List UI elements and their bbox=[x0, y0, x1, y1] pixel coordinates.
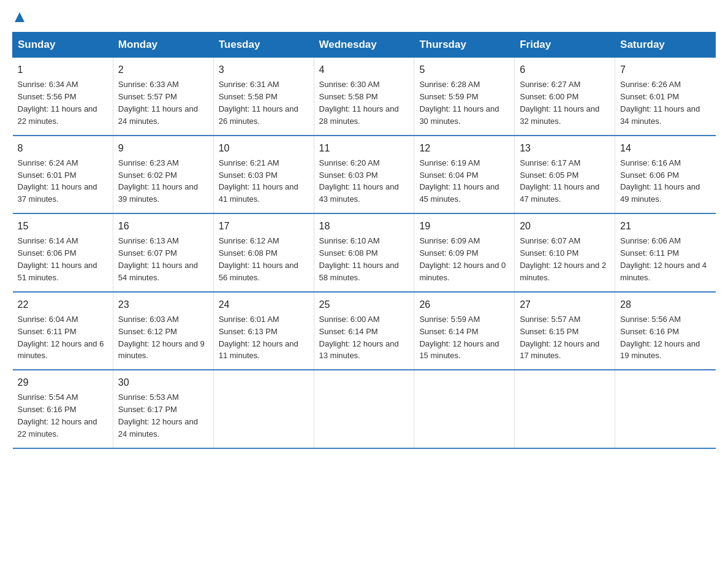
calendar-cell: 25Sunrise: 6:00 AMSunset: 6:14 PMDayligh… bbox=[314, 292, 414, 370]
calendar-cell: 1Sunrise: 6:34 AMSunset: 5:56 PMDaylight… bbox=[13, 58, 113, 136]
day-info: Sunrise: 6:24 AMSunset: 6:01 PMDaylight:… bbox=[18, 158, 97, 204]
calendar-cell bbox=[314, 370, 414, 448]
day-number: 18 bbox=[319, 219, 409, 233]
calendar-cell: 17Sunrise: 6:12 AMSunset: 6:08 PMDayligh… bbox=[213, 213, 314, 292]
day-info: Sunrise: 6:01 AMSunset: 6:13 PMDaylight:… bbox=[219, 315, 298, 361]
day-info: Sunrise: 5:59 AMSunset: 6:14 PMDaylight:… bbox=[419, 315, 499, 361]
day-info: Sunrise: 6:23 AMSunset: 6:02 PMDaylight:… bbox=[118, 158, 198, 204]
logo-triangle-icon bbox=[13, 11, 26, 26]
day-info: Sunrise: 6:13 AMSunset: 6:07 PMDaylight:… bbox=[118, 236, 198, 282]
logo bbox=[12, 12, 26, 26]
day-info: Sunrise: 6:10 AMSunset: 6:08 PMDaylight:… bbox=[319, 236, 399, 282]
calendar-cell: 24Sunrise: 6:01 AMSunset: 6:13 PMDayligh… bbox=[213, 292, 314, 370]
weekday-header-saturday: Saturday bbox=[615, 33, 716, 58]
calendar-cell: 26Sunrise: 5:59 AMSunset: 6:14 PMDayligh… bbox=[414, 292, 515, 370]
day-info: Sunrise: 6:31 AMSunset: 5:58 PMDaylight:… bbox=[219, 80, 298, 126]
day-info: Sunrise: 6:03 AMSunset: 6:12 PMDaylight:… bbox=[118, 315, 205, 361]
day-info: Sunrise: 6:28 AMSunset: 5:59 PMDaylight:… bbox=[419, 80, 499, 126]
day-info: Sunrise: 6:04 AMSunset: 6:11 PMDaylight:… bbox=[18, 315, 104, 361]
day-number: 13 bbox=[520, 141, 610, 155]
calendar-cell: 13Sunrise: 6:17 AMSunset: 6:05 PMDayligh… bbox=[515, 136, 615, 214]
calendar-cell: 3Sunrise: 6:31 AMSunset: 5:58 PMDaylight… bbox=[213, 58, 314, 136]
day-info: Sunrise: 6:17 AMSunset: 6:05 PMDaylight:… bbox=[520, 158, 599, 204]
day-info: Sunrise: 6:16 AMSunset: 6:06 PMDaylight:… bbox=[620, 158, 700, 204]
day-number: 9 bbox=[118, 141, 208, 155]
day-number: 24 bbox=[219, 297, 309, 312]
calendar-cell bbox=[213, 370, 314, 448]
day-number: 4 bbox=[319, 63, 409, 77]
day-number: 15 bbox=[18, 219, 108, 233]
weekday-header-tuesday: Tuesday bbox=[213, 33, 314, 58]
calendar-cell: 19Sunrise: 6:09 AMSunset: 6:09 PMDayligh… bbox=[414, 213, 515, 292]
day-number: 26 bbox=[419, 297, 509, 312]
day-info: Sunrise: 5:53 AMSunset: 6:17 PMDaylight:… bbox=[118, 393, 198, 439]
calendar-cell: 10Sunrise: 6:21 AMSunset: 6:03 PMDayligh… bbox=[213, 136, 314, 214]
day-info: Sunrise: 5:56 AMSunset: 6:16 PMDaylight:… bbox=[620, 315, 700, 361]
weekday-header-row: SundayMondayTuesdayWednesdayThursdayFrid… bbox=[13, 33, 716, 58]
day-number: 3 bbox=[219, 63, 309, 77]
calendar-cell: 27Sunrise: 5:57 AMSunset: 6:15 PMDayligh… bbox=[515, 292, 615, 370]
calendar-cell: 8Sunrise: 6:24 AMSunset: 6:01 PMDaylight… bbox=[13, 136, 113, 214]
weekday-header-wednesday: Wednesday bbox=[314, 33, 414, 58]
day-info: Sunrise: 6:21 AMSunset: 6:03 PMDaylight:… bbox=[219, 158, 298, 204]
day-number: 7 bbox=[620, 63, 710, 77]
day-info: Sunrise: 6:00 AMSunset: 6:14 PMDaylight:… bbox=[319, 315, 399, 361]
calendar-cell: 20Sunrise: 6:07 AMSunset: 6:10 PMDayligh… bbox=[515, 213, 615, 292]
day-info: Sunrise: 6:20 AMSunset: 6:03 PMDaylight:… bbox=[319, 158, 399, 204]
day-number: 29 bbox=[18, 375, 108, 389]
day-number: 14 bbox=[620, 141, 710, 155]
day-info: Sunrise: 6:06 AMSunset: 6:11 PMDaylight:… bbox=[620, 236, 707, 282]
calendar-cell bbox=[615, 370, 716, 448]
day-number: 19 bbox=[419, 219, 509, 233]
calendar-cell: 6Sunrise: 6:27 AMSunset: 6:00 PMDaylight… bbox=[515, 58, 615, 136]
day-number: 25 bbox=[319, 297, 409, 312]
calendar-cell: 11Sunrise: 6:20 AMSunset: 6:03 PMDayligh… bbox=[314, 136, 414, 214]
day-info: Sunrise: 5:54 AMSunset: 6:16 PMDaylight:… bbox=[18, 393, 97, 439]
day-info: Sunrise: 6:09 AMSunset: 6:09 PMDaylight:… bbox=[419, 236, 506, 282]
calendar-cell: 2Sunrise: 6:33 AMSunset: 5:57 PMDaylight… bbox=[113, 58, 213, 136]
calendar-cell bbox=[414, 370, 515, 448]
day-number: 30 bbox=[118, 375, 208, 389]
calendar-cell: 21Sunrise: 6:06 AMSunset: 6:11 PMDayligh… bbox=[615, 213, 716, 292]
day-number: 11 bbox=[319, 141, 409, 155]
day-number: 12 bbox=[419, 141, 509, 155]
calendar-cell: 18Sunrise: 6:10 AMSunset: 6:08 PMDayligh… bbox=[314, 213, 414, 292]
calendar-table: SundayMondayTuesdayWednesdayThursdayFrid… bbox=[12, 32, 716, 449]
weekday-header-friday: Friday bbox=[515, 33, 615, 58]
day-number: 28 bbox=[620, 297, 710, 312]
weekday-header-sunday: Sunday bbox=[13, 33, 113, 58]
day-info: Sunrise: 6:30 AMSunset: 5:58 PMDaylight:… bbox=[319, 80, 399, 126]
day-info: Sunrise: 6:14 AMSunset: 6:06 PMDaylight:… bbox=[18, 236, 97, 282]
day-info: Sunrise: 6:26 AMSunset: 6:01 PMDaylight:… bbox=[620, 80, 700, 126]
day-info: Sunrise: 6:12 AMSunset: 6:08 PMDaylight:… bbox=[219, 236, 298, 282]
day-number: 6 bbox=[520, 63, 610, 77]
day-info: Sunrise: 6:34 AMSunset: 5:56 PMDaylight:… bbox=[18, 80, 97, 126]
day-number: 1 bbox=[18, 63, 108, 77]
day-number: 16 bbox=[118, 219, 208, 233]
page-header bbox=[12, 12, 716, 26]
day-info: Sunrise: 6:27 AMSunset: 6:00 PMDaylight:… bbox=[520, 80, 599, 126]
day-info: Sunrise: 6:33 AMSunset: 5:57 PMDaylight:… bbox=[118, 80, 198, 126]
calendar-cell: 4Sunrise: 6:30 AMSunset: 5:58 PMDaylight… bbox=[314, 58, 414, 136]
calendar-cell: 23Sunrise: 6:03 AMSunset: 6:12 PMDayligh… bbox=[113, 292, 213, 370]
calendar-week-row: 22Sunrise: 6:04 AMSunset: 6:11 PMDayligh… bbox=[13, 292, 716, 370]
day-info: Sunrise: 5:57 AMSunset: 6:15 PMDaylight:… bbox=[520, 315, 599, 361]
day-info: Sunrise: 6:07 AMSunset: 6:10 PMDaylight:… bbox=[520, 236, 606, 282]
calendar-week-row: 29Sunrise: 5:54 AMSunset: 6:16 PMDayligh… bbox=[13, 370, 716, 448]
calendar-cell: 14Sunrise: 6:16 AMSunset: 6:06 PMDayligh… bbox=[615, 136, 716, 214]
day-number: 21 bbox=[620, 219, 710, 233]
calendar-cell: 12Sunrise: 6:19 AMSunset: 6:04 PMDayligh… bbox=[414, 136, 515, 214]
calendar-cell: 7Sunrise: 6:26 AMSunset: 6:01 PMDaylight… bbox=[615, 58, 716, 136]
weekday-header-thursday: Thursday bbox=[414, 33, 515, 58]
calendar-cell bbox=[515, 370, 615, 448]
calendar-cell: 22Sunrise: 6:04 AMSunset: 6:11 PMDayligh… bbox=[13, 292, 113, 370]
day-number: 2 bbox=[118, 63, 208, 77]
calendar-week-row: 1Sunrise: 6:34 AMSunset: 5:56 PMDaylight… bbox=[13, 58, 716, 136]
day-number: 23 bbox=[118, 297, 208, 312]
day-number: 10 bbox=[219, 141, 309, 155]
day-info: Sunrise: 6:19 AMSunset: 6:04 PMDaylight:… bbox=[419, 158, 499, 204]
calendar-cell: 9Sunrise: 6:23 AMSunset: 6:02 PMDaylight… bbox=[113, 136, 213, 214]
calendar-week-row: 8Sunrise: 6:24 AMSunset: 6:01 PMDaylight… bbox=[13, 136, 716, 214]
day-number: 27 bbox=[520, 297, 610, 312]
calendar-cell: 29Sunrise: 5:54 AMSunset: 6:16 PMDayligh… bbox=[13, 370, 113, 448]
